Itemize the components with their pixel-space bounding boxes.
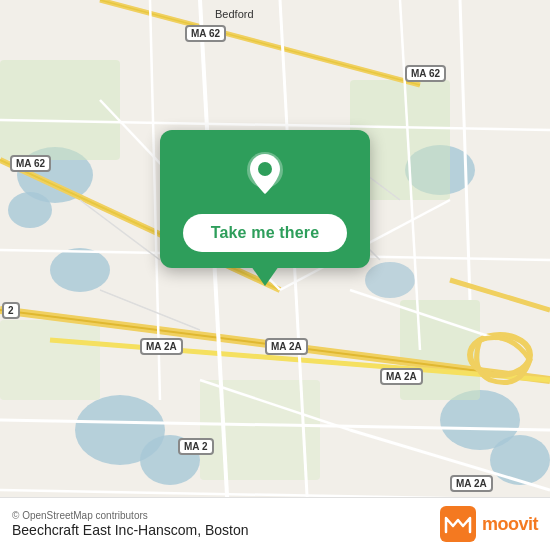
svg-rect-13 — [0, 320, 100, 400]
popup-card: Take me there — [160, 130, 370, 268]
svg-point-9 — [365, 262, 415, 298]
svg-rect-10 — [0, 60, 120, 160]
route-badge-ma62-right: MA 62 — [405, 65, 446, 82]
svg-point-8 — [490, 435, 550, 485]
route-badge-ma2a-far-right: MA 2A — [450, 475, 493, 492]
location-pin-icon — [238, 148, 292, 202]
bottom-left-info: © OpenStreetMap contributors Beechcraft … — [12, 510, 249, 538]
moovit-logo: moovit — [440, 506, 538, 542]
route-badge-ma62-left: MA 62 — [10, 155, 51, 172]
location-name: Beechcraft East Inc-Hanscom, Boston — [12, 522, 249, 538]
moovit-m-icon — [440, 506, 476, 542]
route-badge-ma2a-bottom-mid: MA 2A — [265, 338, 308, 355]
route-badge-ma62-top: MA 62 — [185, 25, 226, 42]
map-container: Bedford MA 62 MA 62 MA 62 MA 2A MA 2A MA… — [0, 0, 550, 550]
route-badge-2-left: 2 — [2, 302, 20, 319]
svg-point-3 — [50, 248, 110, 292]
route-badge-ma2-bottom: MA 2 — [178, 438, 214, 455]
route-badge-ma2a-right: MA 2A — [380, 368, 423, 385]
copyright-text: © OpenStreetMap contributors — [12, 510, 249, 521]
moovit-brand-text: moovit — [482, 514, 538, 535]
route-badge-ma2a-bottom-left: MA 2A — [140, 338, 183, 355]
svg-point-43 — [258, 162, 272, 176]
bottom-bar: © OpenStreetMap contributors Beechcraft … — [0, 497, 550, 550]
svg-point-2 — [8, 192, 52, 228]
take-me-there-button[interactable]: Take me there — [183, 214, 348, 252]
